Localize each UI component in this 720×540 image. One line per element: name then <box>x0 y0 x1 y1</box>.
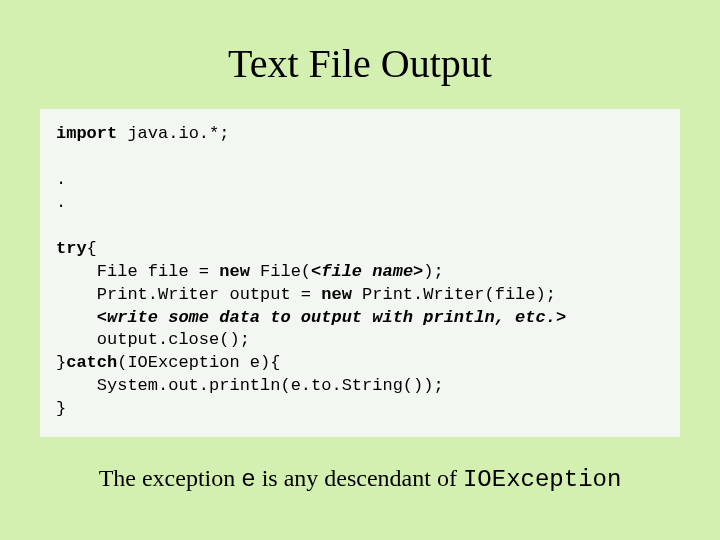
code-text: } <box>56 399 66 418</box>
slide-title: Text File Output <box>40 40 680 87</box>
code-text: Print.Writer(file); <box>352 285 556 304</box>
code-text: } <box>56 353 66 372</box>
code-text: File( <box>250 262 311 281</box>
kw-import: import <box>56 124 117 143</box>
code-text: { <box>87 239 97 258</box>
code-text: java.io.*; <box>117 124 229 143</box>
caption: The exception e is any descendant of IOE… <box>40 465 680 493</box>
code-text: . <box>56 193 66 212</box>
code-text: output.close(); <box>56 330 250 349</box>
kw-new: new <box>219 262 250 281</box>
code-text: . <box>56 170 66 189</box>
caption-code: e <box>241 466 255 493</box>
code-text: System.out.println(e.to.String()); <box>56 376 444 395</box>
placeholder-write: <write some data to output with println,… <box>56 308 566 327</box>
kw-try: try <box>56 239 87 258</box>
slide: Text File Output import java.io.*; . . t… <box>0 0 720 540</box>
kw-catch: catch <box>66 353 117 372</box>
kw-new: new <box>321 285 352 304</box>
code-block: import java.io.*; . . try{ File file = n… <box>40 109 680 437</box>
caption-text: is any descendant of <box>256 465 463 491</box>
code-text: (IOException e){ <box>117 353 280 372</box>
caption-text: The exception <box>99 465 242 491</box>
code-text: Print.Writer output = <box>56 285 321 304</box>
caption-code: IOException <box>463 466 621 493</box>
code-text: ); <box>423 262 443 281</box>
placeholder-filename: <file name> <box>311 262 423 281</box>
code-text: File file = <box>56 262 219 281</box>
